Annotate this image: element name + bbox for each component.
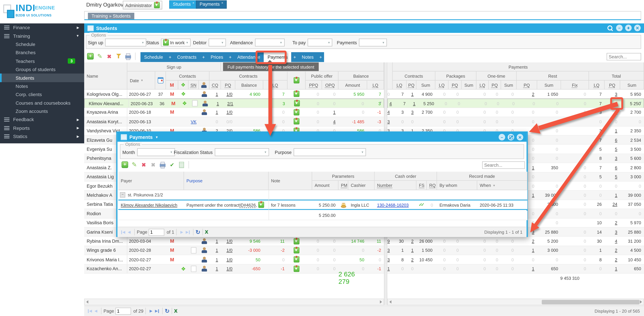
role-button[interactable]: Administrator: [123, 1, 162, 10]
group-row[interactable]: −st. Piskunova 21/2: [118, 190, 527, 200]
column-header-pq[interactable]: PQ: [448, 80, 462, 90]
popup-column-header-by_whom[interactable]: By whom: [437, 181, 477, 190]
grid-cell[interactable]: 2: [604, 218, 620, 227]
checkbox[interactable]: [192, 100, 198, 106]
student-name[interactable]: Klimov Alexand...: [86, 99, 129, 108]
table-row[interactable]: 4715 25000000000715 250: [387, 99, 644, 108]
column-header-lq[interactable]: LQ: [263, 80, 288, 90]
grid-cell[interactable]: 6: [604, 163, 620, 172]
grid-cell[interactable]: 1: [210, 90, 221, 98]
receipt-button[interactable]: [178, 161, 186, 169]
column-header-sign_up[interactable]: Sign up: [127, 62, 221, 72]
column-header-amount[interactable]: Amount: [338, 80, 367, 90]
table-row[interactable]: 3000000000000: [387, 117, 644, 126]
delete-button[interactable]: ✖: [140, 161, 148, 169]
next-page-button[interactable]: ▶: [148, 308, 154, 314]
grid-cell[interactable]: 5: [604, 172, 620, 181]
sidebar-item-groups-of-students[interactable]: Groups of students: [0, 65, 84, 74]
column-header-packages[interactable]: Packages: [435, 72, 476, 80]
column-header-sn[interactable]: SN: [188, 80, 199, 90]
next-page-button[interactable]: ▶: [179, 229, 185, 235]
confirm-button[interactable]: ✔: [168, 161, 176, 169]
status-icon[interactable]: [294, 247, 299, 254]
share-icon[interactable]: ❖: [182, 100, 187, 106]
grid-cell[interactable]: 1: [210, 264, 221, 273]
column-header-balance[interactable]: Balance: [338, 72, 384, 80]
grid-cell[interactable]: 3: [406, 108, 416, 117]
grid-cell[interactable]: 3: [387, 255, 392, 264]
column-header-lq[interactable]: LQ: [476, 80, 489, 90]
page-input[interactable]: [148, 228, 164, 236]
add-button[interactable]: [121, 161, 129, 169]
column-header-balance[interactable]: Balance: [235, 80, 263, 90]
sidebar-item-courses-and-coursebooks[interactable]: Courses and coursebooks: [0, 99, 84, 107]
add-tab-icon[interactable]: +: [291, 55, 298, 60]
column-header-fix[interactable]: Fix: [561, 80, 589, 90]
grid-cell[interactable]: 4: [604, 237, 620, 246]
popup-minimize-button[interactable]: −: [498, 134, 505, 140]
grid-cell[interactable]: 3: [387, 246, 392, 254]
popup-column-header-cash_order[interactable]: Cash order: [374, 172, 437, 181]
grid-cell[interactable]: 1: [210, 246, 221, 254]
expand-button[interactable]: ✦: [625, 25, 632, 31]
column-header-public_offer[interactable]: Public offer: [306, 72, 338, 80]
sidebar-item-corp-clients[interactable]: Corp. clients: [0, 90, 84, 99]
student-name[interactable]: Kologrivova Olg...: [84, 90, 127, 98]
sidebar-item-training[interactable]: Training▼: [0, 32, 84, 40]
grid-cell[interactable]: 4: [387, 108, 392, 117]
gmail-icon[interactable]: M: [170, 91, 174, 97]
filter-select[interactable]: [215, 148, 269, 156]
person-icon[interactable]: [202, 110, 207, 115]
scrollbar-thumb[interactable]: [542, 300, 640, 304]
right-scrollbar[interactable]: [387, 298, 644, 305]
column-header-ppq[interactable]: PPQ: [306, 80, 322, 90]
grid-cell[interactable]: 1/0: [221, 108, 236, 117]
grid-cell[interactable]: 1/0: [221, 246, 236, 254]
column-header-sum[interactable]: Sum: [537, 80, 561, 90]
left-scrollbar[interactable]: [84, 298, 384, 305]
collapse-group-icon[interactable]: −: [120, 192, 125, 198]
column-header-sum[interactable]: Sum: [501, 80, 517, 90]
checkbox[interactable]: [191, 266, 196, 272]
filter-select[interactable]: [255, 38, 284, 46]
grid-cell[interactable]: 1: [408, 99, 418, 108]
excel-export-icon[interactable]: X: [174, 308, 178, 314]
column-header-lq[interactable]: LQ: [367, 80, 384, 90]
student-name[interactable]: Kozachenko An...: [84, 264, 127, 273]
print-button[interactable]: [124, 52, 132, 60]
grid-cell[interactable]: 1: [517, 246, 537, 254]
person-icon[interactable]: [202, 100, 208, 106]
tab-prices[interactable]: Prices: [207, 52, 227, 62]
column-header-date[interactable]: Date▼: [127, 72, 155, 90]
sidebar-item-statics[interactable]: Statics▶: [0, 132, 84, 141]
table-row[interactable]: Krivonos Maria I...2020-02-27M11/0500005…: [84, 255, 384, 264]
grid-cell[interactable]: 1: [210, 255, 221, 264]
last-page-button[interactable]: ▶: [154, 308, 160, 314]
scroll-left-icon[interactable]: [86, 300, 88, 304]
column-header-rest[interactable]: Rest: [517, 72, 589, 80]
gmail-icon[interactable]: M: [170, 256, 174, 262]
grid-cell[interactable]: 1: [406, 90, 416, 98]
vk-link[interactable]: VK: [191, 119, 196, 124]
sidebar-item-branches[interactable]: Branches: [0, 48, 84, 57]
share-icon[interactable]: ❖: [181, 266, 186, 272]
add-button[interactable]: [86, 52, 94, 60]
add-tab-icon[interactable]: +: [167, 55, 174, 60]
grid-cell[interactable]: 2: [517, 90, 537, 98]
add-tab-icon[interactable]: +: [317, 55, 324, 60]
search-input[interactable]: [606, 53, 641, 60]
scroll-right-icon[interactable]: [640, 300, 642, 304]
grid-cell[interactable]: 3: [387, 117, 392, 126]
sidebar-item-feedback[interactable]: Feedback▶: [0, 116, 84, 124]
popup-column-header-cashier[interactable]: Cashier: [348, 181, 375, 190]
column-header-sum[interactable]: Sum: [462, 80, 476, 90]
grid-cell[interactable]: 24: [604, 200, 620, 209]
tab-schedule[interactable]: Schedule: [140, 52, 167, 62]
student-name[interactable]: Wings grade 6: [84, 246, 127, 254]
grid-cell[interactable]: 1: [604, 126, 620, 135]
grid-cell[interactable]: 3: [604, 108, 620, 117]
sidebar-item-students[interactable]: Students: [0, 74, 84, 82]
status-icon[interactable]: [294, 256, 299, 263]
table-row[interactable]: Knyazeva Arina2020-06-18M11/00010-1: [84, 108, 384, 117]
first-page-button[interactable]: ◀: [120, 229, 126, 235]
